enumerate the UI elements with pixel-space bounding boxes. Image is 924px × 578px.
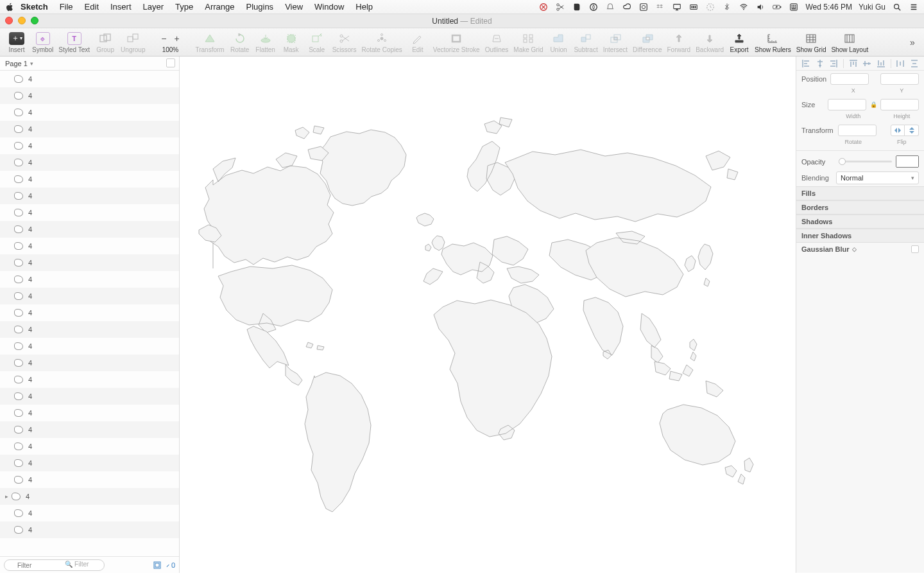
toolbar-mask[interactable]: Mask — [278, 30, 304, 55]
height-input[interactable] — [880, 99, 919, 110]
layer-item[interactable]: 4 — [0, 154, 179, 171]
align-right-icon[interactable] — [829, 59, 838, 68]
layer-item[interactable]: 4 — [0, 421, 179, 438]
airplay-status-icon[interactable] — [672, 2, 682, 12]
distribute-h-icon[interactable] — [896, 59, 905, 68]
layer-item[interactable]: 4 — [0, 321, 179, 338]
menubar-user[interactable]: Yuki Gu — [859, 3, 886, 12]
layer-item[interactable]: 4 — [0, 271, 179, 288]
menu-type[interactable]: Type — [175, 2, 193, 12]
bluetooth-status-icon[interactable] — [722, 2, 732, 12]
borders-section-header[interactable]: Borders — [796, 200, 924, 215]
layer-item[interactable]: 4 — [0, 338, 179, 355]
flip-horizontal-button[interactable] — [891, 125, 905, 136]
opacity-input[interactable] — [896, 155, 919, 168]
menu-view[interactable]: View — [285, 2, 303, 12]
toolbar-insert[interactable]: ＋▾ Insert — [4, 30, 30, 55]
align-center-v-icon[interactable] — [862, 59, 871, 68]
toolbar-difference[interactable]: Difference — [630, 30, 664, 55]
toolbar-show-layout[interactable]: Show Layout — [828, 30, 871, 55]
status-app-icon-1[interactable] — [538, 2, 549, 12]
footer-edit-count[interactable]: 0 — [166, 561, 175, 570]
toolbar-symbol[interactable]: ⟐ Symbol — [30, 30, 56, 55]
layer-item[interactable]: 4 — [0, 521, 179, 538]
spotlight-icon[interactable] — [892, 2, 902, 12]
volume-status-icon[interactable] — [755, 2, 766, 12]
menu-edit[interactable]: Edit — [85, 2, 99, 12]
rotate-input[interactable] — [838, 125, 877, 136]
distribute-v-icon[interactable] — [910, 59, 919, 68]
layer-item[interactable]: 4 — [0, 221, 179, 238]
fills-section-header[interactable]: Fills — [796, 186, 924, 200]
layer-item[interactable]: 4 — [0, 304, 179, 321]
zoom-in-icon[interactable]: + — [174, 33, 179, 44]
position-x-input[interactable] — [830, 73, 869, 85]
toolbar-backward[interactable]: Backward — [693, 30, 726, 55]
toolbar-outlines[interactable]: Outlines — [483, 30, 511, 55]
notification-center-icon[interactable] — [909, 2, 919, 12]
layer-item[interactable]: 4 — [0, 371, 179, 388]
menu-layer[interactable]: Layer — [143, 2, 164, 12]
keyboard-status-icon[interactable] — [789, 2, 799, 12]
toolbar-zoom[interactable]: − + 100% — [148, 30, 193, 55]
toolbar-export[interactable]: Export — [726, 30, 752, 55]
layer-item[interactable]: 4 — [0, 288, 179, 304]
width-input[interactable] — [828, 99, 866, 110]
scissors-status-icon[interactable] — [555, 2, 565, 12]
toolbar-flatten[interactable]: Flatten — [253, 30, 278, 55]
position-y-input[interactable] — [880, 73, 919, 85]
timemachine-status-icon[interactable] — [705, 2, 715, 12]
toolbar-show-grid[interactable]: Show Grid — [794, 30, 829, 55]
toolbar-rotate[interactable]: Rotate — [227, 30, 253, 55]
layer-item[interactable]: 4 — [0, 505, 179, 521]
menu-window[interactable]: Window — [314, 2, 344, 12]
menu-insert[interactable]: Insert — [110, 2, 132, 12]
layer-item[interactable]: 4 — [0, 455, 179, 471]
toolbar-styled-text[interactable]: T Styled Text — [56, 30, 92, 55]
shadows-section-header[interactable]: Shadows — [796, 215, 924, 229]
evernote-status-icon[interactable] — [572, 2, 582, 12]
status-app-icon-4[interactable] — [689, 2, 699, 12]
dropbox-status-icon[interactable] — [655, 2, 665, 12]
menu-app-sketch[interactable]: Sketch — [21, 2, 48, 12]
align-top-icon[interactable] — [849, 59, 858, 68]
align-left-icon[interactable] — [801, 59, 810, 68]
footer-slice-icon[interactable] — [153, 561, 162, 570]
lock-aspect-icon[interactable]: 🔒 — [870, 101, 877, 108]
layer-item[interactable]: 4 — [0, 388, 179, 405]
align-bottom-icon[interactable] — [877, 59, 886, 68]
page-selector[interactable]: Page 1 ▾ — [0, 57, 179, 71]
toolbar-ungroup[interactable]: Ungroup — [118, 30, 148, 55]
menubar-clock[interactable]: Wed 5:46 PM — [805, 3, 851, 12]
blending-select[interactable]: Normal — [836, 171, 919, 184]
menu-file[interactable]: File — [60, 2, 73, 12]
wifi-status-icon[interactable] — [739, 2, 749, 12]
status-app-icon-3[interactable] — [638, 2, 649, 12]
layer-item[interactable]: 4 — [0, 104, 179, 121]
layer-item[interactable]: 4 — [0, 137, 179, 154]
canvas[interactable] — [180, 57, 796, 573]
layer-item[interactable]: 4 — [0, 355, 179, 371]
layer-item[interactable]: 4 — [0, 438, 179, 455]
layers-list[interactable]: 4444444444444444444444444444 — [0, 71, 179, 556]
creative-cloud-icon[interactable] — [622, 2, 632, 12]
apple-menu-icon[interactable] — [5, 3, 14, 12]
window-close-button[interactable] — [5, 17, 13, 24]
layer-item[interactable]: 4 — [0, 87, 179, 104]
gaussian-blur-section-header[interactable]: Gaussian Blur◇ — [796, 243, 924, 256]
toolbar-show-rulers[interactable]: Show Rulers — [752, 30, 794, 55]
menu-help[interactable]: Help — [355, 2, 373, 12]
toolbar-scissors[interactable]: Scissors — [330, 30, 359, 55]
layer-item[interactable]: 4 — [0, 488, 179, 505]
layer-item[interactable]: 4 — [0, 188, 179, 204]
toolbar-group[interactable]: Group — [92, 30, 118, 55]
layer-item[interactable]: 4 — [0, 471, 179, 488]
gaussian-blur-checkbox[interactable] — [911, 245, 919, 253]
layer-item[interactable]: 4 — [0, 171, 179, 188]
toolbar-overflow[interactable]: » — [905, 36, 920, 49]
align-center-h-icon[interactable] — [816, 59, 825, 68]
layer-item[interactable]: 4 — [0, 254, 179, 271]
toolbar-edit[interactable]: Edit — [405, 30, 431, 55]
toolbar-subtract[interactable]: Subtract — [571, 30, 600, 55]
zoom-out-icon[interactable]: − — [161, 33, 166, 44]
